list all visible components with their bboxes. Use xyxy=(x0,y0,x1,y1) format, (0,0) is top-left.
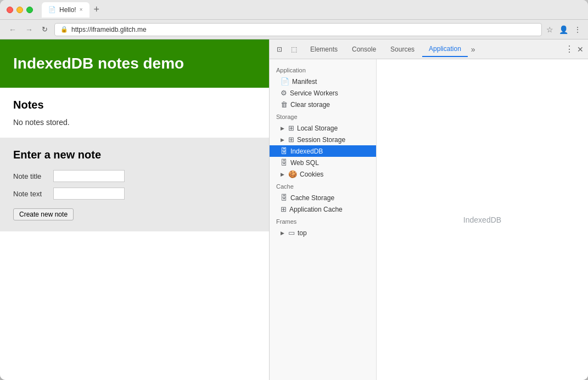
sidebar-item-cookies[interactable]: ▶ 🍪 Cookies xyxy=(270,168,376,180)
web-sql-label: Web SQL xyxy=(290,159,369,167)
note-title-row: Note title xyxy=(13,170,256,182)
url-text: https://iframeidb.glitch.me xyxy=(71,26,147,33)
title-bar: 📄 Hello! × + xyxy=(0,0,588,20)
note-text-row: Note text xyxy=(13,188,256,200)
address-bar: ← → ↻ 🔒 https://iframeidb.glitch.me ☆ 👤 … xyxy=(0,20,588,39)
devtools-close-button[interactable]: ✕ xyxy=(577,45,584,54)
local-storage-icon: ⊞ xyxy=(288,124,294,132)
page-main-title: IndexedDB notes demo xyxy=(13,55,256,72)
storage-section-header: Storage xyxy=(270,110,376,122)
tab-close-button[interactable]: × xyxy=(80,7,83,13)
tab-application[interactable]: Application xyxy=(422,42,468,57)
local-storage-arrow: ▶ xyxy=(281,126,284,131)
frame-icon: ▭ xyxy=(288,229,295,237)
clear-storage-label: Clear storage xyxy=(290,101,369,109)
browser-content: IndexedDB notes demo Notes No notes stor… xyxy=(0,39,588,380)
new-note-title: Enter a new note xyxy=(13,149,256,161)
manifest-label: Manifest xyxy=(292,78,369,86)
reload-button[interactable]: ↻ xyxy=(40,24,50,35)
more-tabs-button[interactable]: » xyxy=(469,45,478,54)
local-storage-label: Local Storage xyxy=(297,124,369,132)
indexeddb-icon: 🗄 xyxy=(281,147,288,155)
address-actions: ☆ 👤 ⋮ xyxy=(546,25,581,34)
lock-icon: 🔒 xyxy=(60,26,68,33)
tab-area: 📄 Hello! × + xyxy=(42,2,102,18)
bookmark-icon[interactable]: ☆ xyxy=(546,25,553,34)
cache-storage-label: Cache Storage xyxy=(290,194,369,202)
note-title-input[interactable] xyxy=(53,170,125,182)
user-icon[interactable]: 👤 xyxy=(559,25,568,34)
close-traffic-light[interactable] xyxy=(7,7,13,13)
devtools-tabs: Elements Console Sources Application » xyxy=(304,42,565,57)
forward-button[interactable]: → xyxy=(23,24,35,35)
application-cache-label: Application Cache xyxy=(289,206,369,213)
sidebar-item-top-frame[interactable]: ▶ ▭ top xyxy=(270,227,376,239)
web-sql-icon: 🗄 xyxy=(281,158,288,167)
back-button[interactable]: ← xyxy=(7,24,19,35)
tab-elements[interactable]: Elements xyxy=(304,42,344,56)
sidebar-item-web-sql[interactable]: 🗄 Web SQL xyxy=(270,157,376,168)
devtools-main-placeholder: IndexedDB xyxy=(463,215,501,224)
sidebar-item-local-storage[interactable]: ▶ ⊞ Local Storage xyxy=(270,122,376,134)
tab-console[interactable]: Console xyxy=(345,42,383,56)
note-title-label: Note title xyxy=(13,172,49,180)
cookies-icon: 🍪 xyxy=(288,170,297,178)
page-header: IndexedDB notes demo xyxy=(0,39,269,88)
tab-title: Hello! xyxy=(59,6,76,14)
sidebar-item-manifest[interactable]: 📄 Manifest xyxy=(270,76,376,87)
frames-section-header: Frames xyxy=(270,215,376,227)
notes-title: Notes xyxy=(13,99,256,111)
session-storage-arrow: ▶ xyxy=(281,137,284,143)
application-section-header: Application xyxy=(270,64,376,76)
top-frame-label: top xyxy=(298,229,369,237)
trash-icon: 🗑 xyxy=(281,100,288,109)
note-text-input[interactable] xyxy=(53,188,125,200)
sidebar-item-application-cache[interactable]: ⊞ Application Cache xyxy=(270,203,376,215)
devtools-body: Application 📄 Manifest ⚙ Service Workers… xyxy=(270,59,588,380)
new-tab-button[interactable]: + xyxy=(92,4,102,15)
sidebar-item-indexeddb[interactable]: 🗄 IndexedDB xyxy=(270,145,376,157)
sidebar-item-service-workers[interactable]: ⚙ Service Workers xyxy=(270,87,376,99)
traffic-lights xyxy=(7,7,33,13)
url-bar[interactable]: 🔒 https://iframeidb.glitch.me xyxy=(54,23,542,36)
tab-sources[interactable]: Sources xyxy=(384,42,421,56)
devtools-main-panel: IndexedDB xyxy=(377,59,588,380)
device-icon[interactable]: ⬚ xyxy=(288,44,299,55)
devtools-menu-button[interactable]: ⋮ xyxy=(565,44,574,54)
new-note-section: Enter a new note Note title Note text Cr… xyxy=(0,138,269,231)
gear-icon: ⚙ xyxy=(281,89,287,97)
note-text-label: Note text xyxy=(13,190,49,198)
application-cache-icon: ⊞ xyxy=(281,205,287,213)
webpage: IndexedDB notes demo Notes No notes stor… xyxy=(0,39,269,380)
devtools-toolbar: ⊡ ⬚ Elements Console Sources Application… xyxy=(270,39,588,59)
indexeddb-label: IndexedDB xyxy=(290,148,369,155)
browser-window: 📄 Hello! × + ← → ↻ 🔒 https://iframeidb.g… xyxy=(0,0,588,380)
session-storage-icon: ⊞ xyxy=(288,135,294,144)
minimize-traffic-light[interactable] xyxy=(16,7,23,13)
sidebar-item-clear-storage[interactable]: 🗑 Clear storage xyxy=(270,99,376,110)
browser-tab[interactable]: 📄 Hello! × xyxy=(42,2,89,18)
cache-section-header: Cache xyxy=(270,180,376,192)
service-workers-label: Service Workers xyxy=(290,89,369,97)
session-storage-label: Session Storage xyxy=(297,136,369,144)
devtools-close-buttons: ⋮ ✕ xyxy=(565,44,584,54)
devtools-sidebar: Application 📄 Manifest ⚙ Service Workers… xyxy=(270,59,377,380)
devtools-icon-buttons: ⊡ ⬚ xyxy=(274,44,299,55)
cookies-label: Cookies xyxy=(300,171,369,178)
menu-icon[interactable]: ⋮ xyxy=(574,25,581,34)
create-note-button[interactable]: Create new note xyxy=(13,208,74,220)
sidebar-item-cache-storage[interactable]: 🗄 Cache Storage xyxy=(270,192,376,203)
sidebar-item-session-storage[interactable]: ▶ ⊞ Session Storage xyxy=(270,134,376,145)
notes-section: Notes No notes stored. xyxy=(0,88,269,138)
no-notes-text: No notes stored. xyxy=(13,118,256,127)
top-frame-arrow: ▶ xyxy=(281,230,284,236)
file-icon: 📄 xyxy=(281,77,289,86)
tab-page-icon: 📄 xyxy=(48,6,56,13)
maximize-traffic-light[interactable] xyxy=(26,7,33,13)
cookies-arrow: ▶ xyxy=(281,172,284,177)
devtools-panel: ⊡ ⬚ Elements Console Sources Application… xyxy=(269,39,588,380)
cache-storage-icon: 🗄 xyxy=(281,194,288,202)
inspect-icon[interactable]: ⊡ xyxy=(274,44,285,55)
